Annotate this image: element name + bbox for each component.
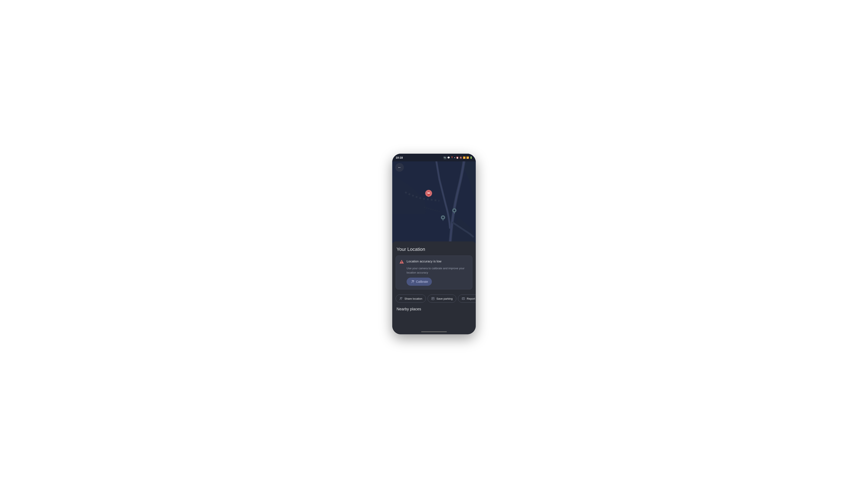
alert-card: Location accuracy is low Use your camera… — [396, 256, 472, 289]
save-parking-label: Save parking — [436, 297, 453, 300]
alert-title: Location accuracy is low — [407, 259, 441, 263]
signal-icon: 📶 — [466, 157, 469, 159]
whatsapp-icon: 💬 — [447, 157, 450, 159]
svg-point-13 — [400, 297, 401, 298]
svg-rect-14 — [432, 297, 434, 300]
share-location-label: Share location — [404, 297, 422, 300]
phone-container: 10:18 📷 💬 📍 ● ⏰ 🔇 📶 📶 🔋 ← Your Location — [392, 154, 476, 334]
nearby-title: Nearby places — [392, 304, 476, 313]
status-bar: 10:18 📷 💬 📍 ● ⏰ 🔇 📶 📶 🔋 — [392, 154, 476, 161]
calibrate-icon — [410, 280, 414, 284]
share-location-chip[interactable]: Share location — [396, 294, 426, 303]
nav-indicator — [421, 331, 447, 332]
alarm-icon: ⏰ — [456, 157, 459, 159]
back-arrow-icon: ← — [398, 165, 401, 170]
back-button[interactable]: ← — [395, 163, 404, 172]
warning-icon — [399, 259, 404, 264]
calibrate-button-text: Calibrate — [416, 280, 428, 283]
action-chips: Share location Save parking Report a... — [392, 291, 476, 304]
svg-point-10 — [401, 263, 402, 263]
parking-icon — [431, 297, 435, 300]
sheet-title: Your Location — [392, 243, 476, 254]
report-icon — [462, 297, 465, 300]
map-area — [392, 154, 476, 243]
alert-description: Use your camera to calibrate and improve… — [399, 266, 469, 274]
save-parking-chip[interactable]: Save parking — [428, 294, 456, 303]
mute-icon: 🔇 — [460, 157, 462, 159]
nav-bar — [392, 329, 476, 334]
svg-rect-15 — [462, 297, 465, 299]
share-person-icon — [399, 297, 403, 300]
battery-icon: 🔋 — [470, 157, 472, 159]
location-icon: 📍 — [451, 157, 453, 159]
dot-indicator: ● — [454, 157, 455, 159]
report-chip[interactable]: Report a... — [458, 294, 476, 303]
alert-header: Location accuracy is low — [399, 259, 469, 264]
svg-point-7 — [454, 209, 455, 211]
status-icons: 📷 💬 📍 ● ⏰ 🔇 📶 📶 🔋 — [443, 156, 472, 159]
photo-icon: 📷 — [443, 156, 446, 159]
bottom-sheet: Your Location Location accuracy is low U… — [392, 243, 476, 334]
status-time: 10:18 — [396, 156, 403, 159]
calibrate-button[interactable]: Calibrate — [407, 278, 432, 286]
svg-point-9 — [442, 217, 444, 218]
wifi-icon: 📶 — [463, 157, 465, 159]
report-label: Report a... — [467, 297, 476, 300]
